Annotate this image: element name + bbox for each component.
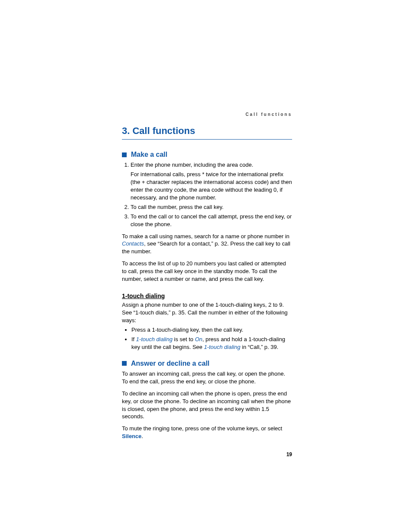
subheading-1touch: 1-touch dialing — [122, 292, 292, 299]
paragraph: To answer an incoming call, press the ca… — [122, 370, 292, 386]
step-text: To end the call or to cancel the call at… — [131, 213, 292, 227]
text-run: is set to — [172, 336, 195, 342]
paragraph: To access the list of up to 20 numbers y… — [122, 260, 292, 283]
link-1touch-dialing[interactable]: 1-touch dialing — [136, 336, 173, 342]
step-text: To call the number, press the call key. — [131, 204, 224, 210]
paragraph: To decline an incoming call when the pho… — [122, 390, 292, 421]
step-text: Enter the phone number, including the ar… — [131, 162, 253, 168]
section-heading-text: Answer or decline a call — [131, 360, 209, 367]
link-on[interactable]: On — [195, 336, 202, 342]
list-item: Press a 1-touch-dialing key, then the ca… — [131, 326, 292, 334]
section-heading: Answer or decline a call — [122, 360, 292, 367]
list-item: If 1-touch dialing is set to On, press a… — [131, 336, 292, 351]
section-heading: Make a call — [122, 151, 292, 159]
text-run: Press a 1-touch-dialing key, then the ca… — [131, 327, 243, 333]
text-run: To make a call using names, search for a… — [122, 233, 290, 240]
paragraph: Assign a phone number to one of the 1-to… — [122, 301, 292, 324]
page-number: 19 — [286, 451, 292, 457]
square-bullet-icon — [122, 361, 127, 366]
text-run: If — [131, 336, 136, 342]
step-3: To end the call or to cancel the call at… — [131, 213, 292, 228]
step-note: For international calls, press * twice f… — [131, 171, 292, 202]
bullet-list: Press a 1-touch-dialing key, then the ca… — [122, 326, 292, 351]
step-1: Enter the phone number, including the ar… — [131, 161, 292, 202]
section-make-a-call: Make a call Enter the phone number, incl… — [122, 151, 292, 351]
ordered-steps: Enter the phone number, including the ar… — [122, 161, 292, 228]
text-run: , see “Search for a contact,” p. 32. Pre… — [122, 240, 290, 255]
text-run: . — [142, 433, 143, 439]
section-answer-decline: Answer or decline a call To answer an in… — [122, 360, 292, 441]
link-silence[interactable]: Silence — [122, 433, 142, 439]
section-heading-text: Make a call — [131, 151, 168, 159]
link-1touch-dialing-2[interactable]: 1-touch dialing — [204, 344, 240, 350]
text-run: To mute the ringing tone, press one of t… — [122, 425, 282, 432]
text-run: in “Call,” p. 39. — [240, 344, 278, 350]
chapter-title: 3. Call functions — [122, 125, 292, 140]
document-page: Call functions 3. Call functions Make a … — [122, 112, 292, 440]
link-contacts[interactable]: Contacts — [122, 240, 144, 247]
square-bullet-icon — [122, 152, 127, 157]
paragraph: To make a call using names, search for a… — [122, 233, 292, 256]
step-2: To call the number, press the call key. — [131, 203, 292, 211]
running-header: Call functions — [122, 112, 292, 117]
paragraph: To mute the ringing tone, press one of t… — [122, 425, 292, 440]
